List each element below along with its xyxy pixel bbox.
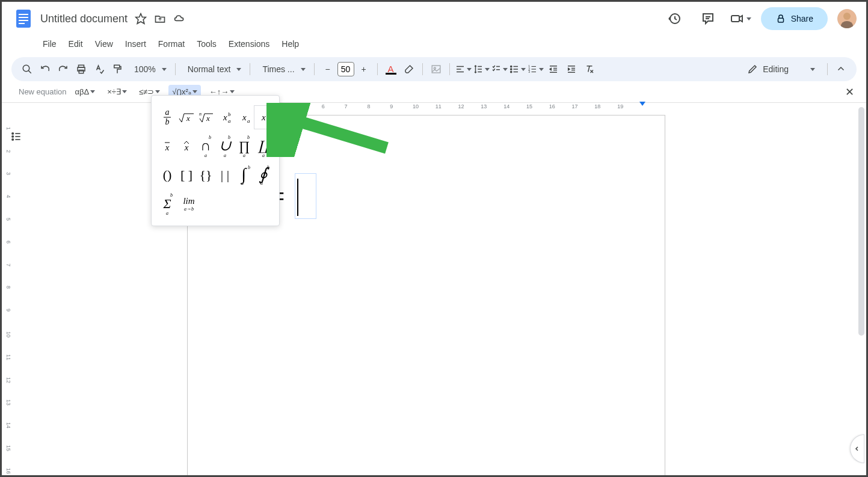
docs-logo[interactable] xyxy=(11,7,35,31)
menu-tools[interactable]: Tools xyxy=(192,37,221,51)
highlight-color-icon[interactable] xyxy=(401,61,417,78)
math-union[interactable]: b∪a xyxy=(215,134,235,158)
menu-help[interactable]: Help xyxy=(277,37,304,51)
math-contour-integral[interactable]: b∮a xyxy=(254,163,273,187)
greek-letters-dropdown[interactable]: αβΔ xyxy=(72,85,99,99)
math-nth-root[interactable]: nx xyxy=(196,105,215,129)
undo-icon[interactable] xyxy=(37,61,54,78)
font-dropdown[interactable]: Times ... xyxy=(255,64,309,74)
font-size-decrease[interactable]: − xyxy=(319,61,336,78)
math-sqrt[interactable]: x xyxy=(177,105,196,129)
align-icon[interactable] xyxy=(455,61,472,78)
svg-text:b: b xyxy=(165,117,170,126)
lock-icon xyxy=(775,13,786,24)
math-operations-menu: ab x nx xba xa xb x x b∩a b∪a b∏a b∐a ()… xyxy=(151,95,280,226)
style-dropdown[interactable]: Normal text xyxy=(180,64,245,74)
scrollbar[interactable] xyxy=(858,107,864,336)
format-paint-icon[interactable] xyxy=(109,61,126,78)
math-braces[interactable]: {} xyxy=(196,163,215,187)
decrease-indent-icon[interactable] xyxy=(545,61,562,78)
font-size-increase[interactable]: + xyxy=(356,61,372,78)
math-integral[interactable]: b∫a xyxy=(235,163,254,187)
equation-cursor-box[interactable] xyxy=(295,173,316,219)
new-equation-label[interactable]: New equation xyxy=(19,87,67,96)
chevron-down-icon xyxy=(539,68,544,71)
menu-file[interactable]: File xyxy=(38,37,61,51)
star-icon[interactable] xyxy=(135,13,147,25)
math-bar[interactable]: x xyxy=(158,134,177,158)
font-size-input[interactable] xyxy=(337,62,354,76)
math-brackets[interactable]: [ ] xyxy=(177,163,196,187)
math-product[interactable]: b∏a xyxy=(235,134,254,158)
share-button[interactable]: Share xyxy=(761,7,828,30)
bullet-list-icon[interactable] xyxy=(509,61,526,78)
math-hat[interactable]: x xyxy=(177,134,196,158)
chevron-down-icon xyxy=(90,90,95,93)
spellcheck-icon[interactable] xyxy=(91,61,108,78)
svg-rect-0 xyxy=(16,10,31,28)
menu-view[interactable]: View xyxy=(90,37,118,51)
close-icon[interactable]: ✕ xyxy=(845,85,854,99)
math-fraction[interactable]: ab xyxy=(158,105,177,129)
math-subscript[interactable]: xa xyxy=(235,105,254,129)
equation-toolbar: New equation αβΔ ×÷∃ ≤≠⊃ √()x²ₐ ←↑→ ✕ xyxy=(2,81,866,103)
math-limit[interactable]: lima→b xyxy=(177,192,201,216)
divider xyxy=(449,63,450,75)
svg-point-12 xyxy=(843,13,851,20)
math-abs[interactable]: | | xyxy=(215,163,235,187)
svg-text:a: a xyxy=(247,118,250,124)
svg-text:a: a xyxy=(260,180,263,186)
svg-rect-4 xyxy=(19,23,25,24)
insert-image-icon[interactable] xyxy=(428,61,445,78)
svg-text:a: a xyxy=(165,108,170,117)
line-spacing-icon[interactable] xyxy=(473,61,490,78)
menu-format[interactable]: Format xyxy=(153,37,189,51)
svg-point-97 xyxy=(12,139,14,141)
outline-icon[interactable] xyxy=(7,127,26,146)
share-label: Share xyxy=(791,14,813,23)
text-color-button[interactable]: A xyxy=(383,61,399,78)
comment-icon[interactable] xyxy=(696,7,720,31)
toolbar: 100% Normal text Times ... − + A 123 Edi… xyxy=(11,57,857,81)
svg-text:a→b: a→b xyxy=(184,206,194,212)
checklist-icon[interactable] xyxy=(491,61,508,78)
clear-formatting-icon[interactable] xyxy=(581,61,598,78)
menu-edit[interactable]: Edit xyxy=(64,37,88,51)
collapse-toolbar-icon[interactable] xyxy=(833,61,849,78)
editing-mode-button[interactable]: Editing xyxy=(740,64,822,75)
svg-point-95 xyxy=(12,136,14,138)
equation-content[interactable]: 6 = xyxy=(245,173,607,219)
search-icon[interactable] xyxy=(19,61,35,78)
math-sum[interactable]: bΣa xyxy=(158,192,177,216)
svg-point-34 xyxy=(510,71,511,72)
move-icon[interactable] xyxy=(154,13,166,25)
increase-indent-icon[interactable] xyxy=(563,61,580,78)
math-coproduct[interactable]: b∐a xyxy=(254,134,273,158)
chevron-down-icon xyxy=(301,68,306,71)
divider xyxy=(250,63,250,75)
print-icon[interactable] xyxy=(73,61,90,78)
doc-title[interactable]: Untitled document xyxy=(40,13,128,25)
operators-dropdown[interactable]: ×÷∃ xyxy=(103,85,131,99)
editing-label: Editing xyxy=(763,64,789,74)
zoom-dropdown[interactable]: 100% xyxy=(127,64,170,74)
menu-insert[interactable]: Insert xyxy=(120,37,151,51)
chevron-down-icon xyxy=(746,17,751,20)
avatar[interactable] xyxy=(837,9,857,28)
svg-text:b: b xyxy=(248,165,250,170)
numbered-list-icon[interactable]: 123 xyxy=(527,61,544,78)
history-icon[interactable] xyxy=(662,7,686,31)
math-intersection[interactable]: b∩a xyxy=(196,134,215,158)
svg-text:b: b xyxy=(266,111,269,117)
meet-icon[interactable] xyxy=(730,7,751,31)
math-sub-sup[interactable]: xba xyxy=(215,105,235,129)
svg-text:x: x xyxy=(184,143,189,152)
redo-icon[interactable] xyxy=(55,61,72,78)
divider xyxy=(377,63,378,75)
cloud-icon[interactable] xyxy=(173,13,185,25)
math-parens[interactable]: () xyxy=(158,163,177,187)
svg-text:∐: ∐ xyxy=(257,138,271,153)
menu-extensions[interactable]: Extensions xyxy=(224,37,274,51)
math-superscript[interactable]: xb xyxy=(254,105,273,129)
divider xyxy=(314,63,315,75)
